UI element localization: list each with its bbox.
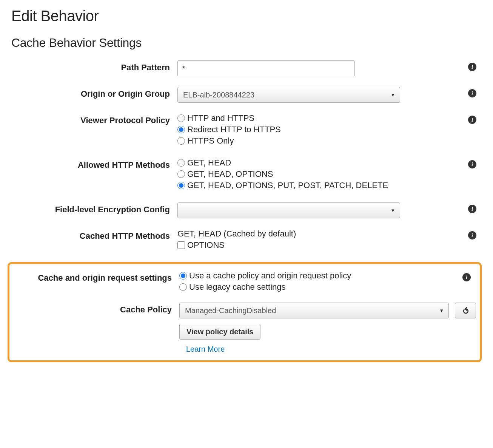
learn-more-link[interactable]: Learn More <box>186 345 225 354</box>
row-field-encryption: Field-level Encryption Config ▾ i <box>11 202 482 218</box>
view-policy-details-button[interactable]: View policy details <box>179 324 260 340</box>
row-cache-policy: Cache Policy Managed-CachingDisabled ▾ ⟳… <box>9 303 476 354</box>
row-allowed-methods: Allowed HTTP Methods GET, HEAD GET, HEAD… <box>11 158 482 192</box>
cache-policy-select[interactable]: Managed-CachingDisabled ▾ <box>179 303 449 318</box>
cache-origin-opt2[interactable]: Use legacy cache settings <box>179 282 457 292</box>
refresh-cache-policy-button[interactable]: ⟳ <box>455 303 476 318</box>
info-icon[interactable]: i <box>462 273 471 281</box>
refresh-icon: ⟳ <box>461 307 470 314</box>
info-icon[interactable]: i <box>468 160 476 168</box>
chevron-down-icon: ▾ <box>391 91 394 98</box>
info-icon[interactable]: i <box>468 205 476 213</box>
section-title: Cache Behavior Settings <box>11 36 482 50</box>
label-field-encryption: Field-level Encryption Config <box>11 202 177 215</box>
row-viewer-protocol: Viewer Protocol Policy HTTP and HTTPS Re… <box>11 113 482 147</box>
info-icon[interactable]: i <box>468 116 476 124</box>
label-origin: Origin or Origin Group <box>11 87 177 100</box>
row-cache-origin-settings: Cache and origin request settings Use a … <box>9 271 476 294</box>
cache-origin-opt1[interactable]: Use a cache policy and origin request po… <box>179 271 457 281</box>
path-pattern-input[interactable] <box>177 60 355 76</box>
label-cached-methods: Cached HTTP Methods <box>11 229 177 242</box>
row-cached-methods: Cached HTTP Methods GET, HEAD (Cached by… <box>11 229 482 252</box>
cache-policy-value: Managed-CachingDisabled <box>185 306 276 315</box>
label-cache-policy: Cache Policy <box>9 303 179 315</box>
field-encryption-select[interactable]: ▾ <box>177 202 400 218</box>
label-allowed-methods: Allowed HTTP Methods <box>11 158 177 171</box>
origin-select-value: ELB-alb-2008844223 <box>183 91 254 99</box>
row-origin: Origin or Origin Group ELB-alb-200884422… <box>11 87 482 103</box>
allowed-methods-opt3[interactable]: GET, HEAD, OPTIONS, PUT, POST, PATCH, DE… <box>177 181 463 190</box>
label-path-pattern: Path Pattern <box>11 60 177 73</box>
highlight-cache-section: Cache and origin request settings Use a … <box>8 262 482 362</box>
viewer-protocol-opt3[interactable]: HTTPS Only <box>177 136 463 146</box>
viewer-protocol-opt1[interactable]: HTTP and HTTPS <box>177 113 463 123</box>
label-viewer-protocol: Viewer Protocol Policy <box>11 113 177 126</box>
cached-methods-note: GET, HEAD (Cached by default) <box>177 229 463 239</box>
row-path-pattern: Path Pattern i <box>11 60 482 76</box>
origin-select[interactable]: ELB-alb-2008844223 ▾ <box>177 87 400 103</box>
allowed-methods-opt1[interactable]: GET, HEAD <box>177 158 463 168</box>
allowed-methods-opt2[interactable]: GET, HEAD, OPTIONS <box>177 169 463 179</box>
info-icon[interactable]: i <box>468 231 476 239</box>
chevron-down-icon: ▾ <box>440 307 443 314</box>
cached-methods-options[interactable]: OPTIONS <box>177 240 463 250</box>
info-icon[interactable]: i <box>468 63 476 71</box>
label-cache-origin-settings: Cache and origin request settings <box>9 271 179 284</box>
chevron-down-icon: ▾ <box>391 207 394 214</box>
info-icon[interactable]: i <box>468 89 476 97</box>
page-title: Edit Behavior <box>11 8 482 25</box>
viewer-protocol-opt2[interactable]: Redirect HTTP to HTTPS <box>177 125 463 134</box>
